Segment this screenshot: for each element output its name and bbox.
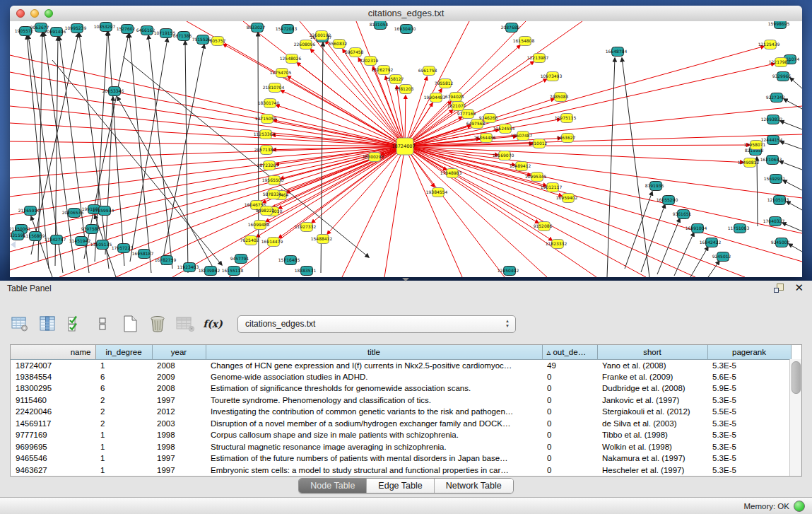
graph-edge[interactable] xyxy=(38,33,42,262)
table-row[interactable]: 911546021997Tourette syndrome. Phenomeno… xyxy=(11,395,791,407)
table-row[interactable]: 2242004622012Investigating the contribut… xyxy=(11,406,791,418)
graph-node-label: 16099488 xyxy=(248,222,270,227)
graph-edge[interactable] xyxy=(674,233,694,276)
graph-edge[interactable] xyxy=(10,146,405,233)
graph-edge[interactable] xyxy=(185,41,188,273)
graph-edge[interactable] xyxy=(10,72,405,146)
graph-edge[interactable] xyxy=(52,60,222,265)
graph-node-label: 6967458 xyxy=(345,49,364,54)
default-edges[interactable] xyxy=(27,32,802,277)
delete-button[interactable] xyxy=(148,314,167,334)
tab-node-table[interactable]: Node Table xyxy=(299,479,367,493)
graph-edge[interactable] xyxy=(622,58,649,277)
graph-node-label: 15958071 xyxy=(744,142,766,147)
table-row[interactable]: 1938455462009Genome-wide association stu… xyxy=(11,371,791,383)
graph-node-label: 10973493 xyxy=(541,74,563,78)
column-header-name[interactable]: name xyxy=(11,345,95,359)
graph-edge[interactable] xyxy=(300,21,405,146)
graph-edge[interactable] xyxy=(130,38,167,262)
graph-edge[interactable] xyxy=(405,146,745,277)
tab-edge-table[interactable]: Edge Table xyxy=(367,479,434,493)
graph-node-label: 11451942 xyxy=(69,238,91,243)
graph-node-label: 9245007 xyxy=(771,240,790,245)
column-header-pagerank[interactable]: pagerank xyxy=(707,345,791,359)
graph-edge[interactable] xyxy=(607,58,615,277)
graph-node-label: 18239862 xyxy=(199,268,220,273)
graph-edge[interactable] xyxy=(10,89,405,146)
column-header-title[interactable]: title xyxy=(206,345,542,359)
network-window-titlebar[interactable]: citations_edges.txt xyxy=(10,6,802,22)
graph-node-label: 16648784 xyxy=(606,49,628,54)
network-canvas[interactable]: 1905572906367720691406109952391085329715… xyxy=(10,21,802,277)
graph-node-label: 12450402 xyxy=(498,268,519,273)
graph-edge[interactable] xyxy=(779,161,802,170)
graph-edge[interactable] xyxy=(10,146,405,160)
table-row[interactable]: 977716911998Corpus callosum shape and si… xyxy=(11,429,791,441)
graph-edge[interactable] xyxy=(405,146,695,277)
graph-node-label: 20691406 xyxy=(45,29,66,34)
select-columns-icon xyxy=(38,315,57,332)
select-columns-button[interactable] xyxy=(37,314,57,334)
table-settings-button[interactable] xyxy=(10,314,30,334)
graph-edge[interactable] xyxy=(31,216,52,277)
graph-edge[interactable] xyxy=(780,141,802,149)
close-panel-icon[interactable]: ✕ xyxy=(794,283,804,293)
table-row[interactable]: 1872400712008Changes of HCN gene express… xyxy=(11,359,791,371)
graph-node-label: 12213987 xyxy=(527,55,549,60)
graph-edge[interactable] xyxy=(266,146,405,222)
graph-node-label: 11823332 xyxy=(546,241,567,246)
graph-node-label: 15998695 xyxy=(768,21,790,26)
table-row[interactable]: 946554611997Estimation of the future num… xyxy=(11,452,791,465)
graph-edge[interactable] xyxy=(789,244,802,252)
graph-edge[interactable] xyxy=(162,45,204,265)
graph-node-label: 8633027 xyxy=(247,25,266,30)
graph-edge[interactable] xyxy=(405,146,802,198)
graph-edge[interactable] xyxy=(657,218,680,274)
select-rows-button[interactable] xyxy=(65,314,85,334)
table-header-row: namein_degreeyeartitle▵ out_de…shortpage… xyxy=(11,345,791,359)
graph-node-label: 9397588 xyxy=(81,226,100,231)
graph-node-label: 6794028 xyxy=(445,94,464,99)
column-header-in_degree[interactable]: in_degree xyxy=(95,345,152,359)
graph-node-label: 21350061 xyxy=(10,226,30,231)
table-selector-dropdown[interactable]: citations_edges.txt ▲▼ xyxy=(237,315,516,333)
scrollbar-thumb[interactable] xyxy=(792,361,801,394)
graph-edge[interactable] xyxy=(10,146,405,215)
float-window-icon[interactable] xyxy=(774,284,784,293)
table-row[interactable]: 1456911722003Disruption of a novel membe… xyxy=(11,418,791,430)
graph-edge[interactable] xyxy=(780,121,802,129)
table-row[interactable]: 969969511998Structural magnetic resonanc… xyxy=(11,441,791,453)
column-header-year[interactable]: year xyxy=(152,345,206,359)
graph-edge[interactable] xyxy=(10,141,405,146)
new-table-button[interactable] xyxy=(120,314,140,334)
memory-ok-icon[interactable] xyxy=(794,501,805,512)
table-selector-value: citations_edges.txt xyxy=(245,319,315,329)
table-row[interactable]: 1830029562008Estimation of significance … xyxy=(11,382,791,395)
graph-edge[interactable] xyxy=(310,49,405,146)
tab-network-table[interactable]: Network Table xyxy=(435,479,513,493)
graph-edge[interactable] xyxy=(790,78,802,88)
graph-edge[interactable] xyxy=(10,146,405,270)
graph-edge[interactable] xyxy=(787,201,802,210)
graph-edge[interactable] xyxy=(783,180,802,190)
table-tabs: Node Table Edge Table Network Table xyxy=(0,478,812,493)
row-height-button[interactable] xyxy=(93,314,112,334)
graph-edge[interactable] xyxy=(105,97,113,255)
delete-table-button[interactable] xyxy=(175,314,195,334)
function-builder-button[interactable]: f(x) xyxy=(203,314,223,334)
graph-node-label: 19012117 xyxy=(541,185,563,189)
graph-edge[interactable] xyxy=(757,157,758,226)
graph-node-label: 9245012 xyxy=(712,254,731,259)
graph-edge[interactable] xyxy=(31,33,78,255)
graph-nodes[interactable]: 1905572906367720691406109952391085329715… xyxy=(10,21,799,276)
graph-edge[interactable] xyxy=(148,35,172,269)
table-row[interactable]: 946362711997Embryonic stem cells: a mode… xyxy=(11,465,791,477)
graph-edge[interactable] xyxy=(405,146,743,163)
column-header-out_degree[interactable]: ▵ out_de… xyxy=(542,345,597,359)
column-header-short[interactable]: short xyxy=(597,345,707,359)
graph-node-label: 16959402 xyxy=(556,195,578,200)
graph-edge[interactable] xyxy=(625,192,652,269)
vertical-scrollbar[interactable] xyxy=(789,359,801,476)
graph-node-label: 16782759 xyxy=(155,257,177,262)
node-table: namein_degreeyeartitle▵ out_de…shortpage… xyxy=(10,344,802,477)
